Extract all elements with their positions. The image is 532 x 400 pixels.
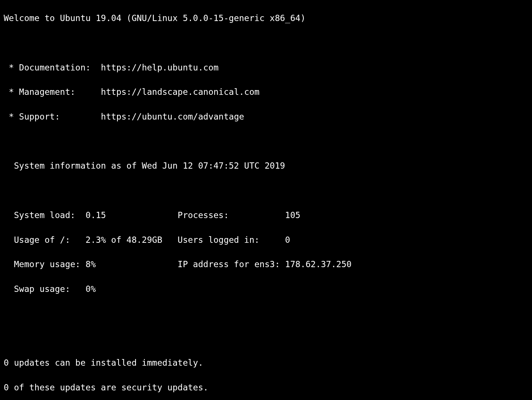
terminal[interactable]: Welcome to Ubuntu 19.04 (GNU/Linux 5.0.0… (0, 0, 532, 400)
blank-line (4, 185, 528, 197)
updates-line-2: 0 of these updates are security updates. (4, 382, 528, 394)
support-url: https://ubuntu.com/advantage (101, 112, 244, 121)
doc-link-line: * Documentation: https://help.ubuntu.com (4, 62, 528, 74)
stat-row-memory-ip: Memory usage: 8% IP address for ens3: 17… (4, 258, 528, 270)
stat-row-load-processes: System load: 0.15 Processes: 105 (4, 209, 528, 221)
blank-line (4, 37, 528, 49)
mgmt-label: * Management: (4, 87, 101, 97)
doc-url: https://help.ubuntu.com (101, 63, 219, 72)
blank-line (4, 332, 528, 344)
support-link-line: * Support: https://ubuntu.com/advantage (4, 111, 528, 123)
doc-label: * Documentation: (4, 63, 101, 72)
support-label: * Support: (4, 112, 101, 121)
stat-row-swap: Swap usage: 0% (4, 283, 528, 295)
welcome-line: Welcome to Ubuntu 19.04 (GNU/Linux 5.0.0… (4, 12, 528, 24)
sysinfo-header: System information as of Wed Jun 12 07:4… (4, 160, 528, 172)
blank-line (4, 308, 528, 320)
mgmt-link-line: * Management: https://landscape.canonica… (4, 86, 528, 98)
blank-line (4, 135, 528, 148)
mgmt-url: https://landscape.canonical.com (101, 87, 259, 97)
stat-row-usage-users: Usage of /: 2.3% of 48.29GB Users logged… (4, 234, 528, 246)
updates-line-1: 0 updates can be installed immediately. (4, 357, 528, 369)
